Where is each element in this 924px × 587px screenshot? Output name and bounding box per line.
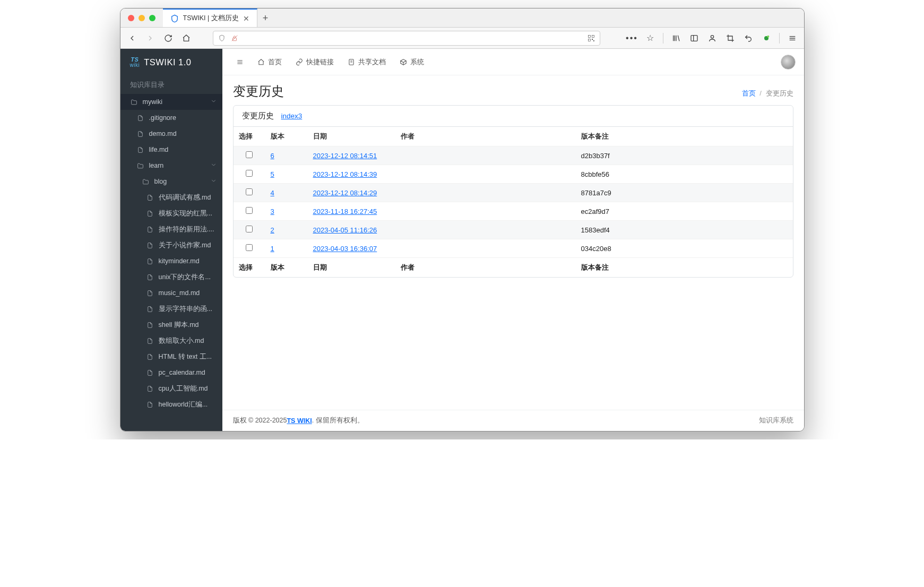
row-checkbox[interactable] xyxy=(246,170,253,177)
tree-folder[interactable]: blog xyxy=(120,174,222,189)
cell-date: 2023-12-12 08:14:29 xyxy=(308,184,395,202)
window-zoom-button[interactable] xyxy=(149,15,156,21)
account-icon[interactable] xyxy=(705,31,720,46)
nav-system-link[interactable]: 系统 xyxy=(394,49,429,75)
bookmark-star-button[interactable]: ☆ xyxy=(643,31,658,46)
tree-file[interactable]: HTML 转 text 工... xyxy=(120,349,222,365)
date-link[interactable]: 2023-04-03 16:36:07 xyxy=(313,245,377,253)
crop-icon[interactable] xyxy=(723,31,738,46)
card-link[interactable]: index3 xyxy=(281,112,303,120)
nav-reload-button[interactable] xyxy=(161,31,176,46)
th-author: 作者 xyxy=(395,127,576,146)
brand[interactable]: TS wiki TSWIKI 1.0 xyxy=(120,49,222,75)
row-checkbox[interactable] xyxy=(246,207,253,214)
nav-toggle-button[interactable] xyxy=(231,49,249,75)
date-link[interactable]: 2023-12-12 08:14:51 xyxy=(313,152,377,160)
tree-file[interactable]: kityminder.md xyxy=(120,253,222,269)
tree-file[interactable]: shell 脚本.md xyxy=(120,317,222,333)
tree-file[interactable]: unix下的文件名... xyxy=(120,269,222,285)
tree-file[interactable]: .gitignore xyxy=(120,110,222,126)
undo-icon[interactable] xyxy=(741,31,756,46)
tree-file[interactable]: music_md.md xyxy=(120,285,222,301)
file-icon xyxy=(146,290,154,297)
tree-folder[interactable]: mywiki xyxy=(120,94,222,110)
table-row: 6 2023-12-12 08:14:51d2b3b37f xyxy=(234,146,793,165)
hamburger-menu-button[interactable] xyxy=(785,31,800,46)
nav-forward-button[interactable] xyxy=(143,31,158,46)
svg-rect-6 xyxy=(593,40,594,41)
tree-file[interactable]: 数组取大小.md xyxy=(120,333,222,349)
tree-item-label: pc_calendar.md xyxy=(159,369,217,376)
nav-back-button[interactable] xyxy=(125,31,140,46)
row-checkbox[interactable] xyxy=(246,151,253,158)
table-footer-row: 选择 版本 日期 作者 版本备注 xyxy=(234,258,793,278)
tree-item-label: kityminder.md xyxy=(159,257,217,265)
sidebar-icon[interactable] xyxy=(687,31,702,46)
row-checkbox[interactable] xyxy=(246,188,253,195)
version-link[interactable]: 3 xyxy=(271,208,274,215)
tree-item-label: demo.md xyxy=(149,130,217,137)
window-minimize-button[interactable] xyxy=(139,15,145,21)
tree-file[interactable]: 模板实现的红黑... xyxy=(120,205,222,221)
window-close-button[interactable] xyxy=(128,15,134,21)
row-checkbox[interactable] xyxy=(246,244,253,251)
nav-home-button[interactable] xyxy=(179,31,194,46)
version-link[interactable]: 2 xyxy=(271,226,274,234)
breadcrumb-home[interactable]: 首页 xyxy=(742,89,756,97)
version-link[interactable]: 4 xyxy=(271,189,274,197)
tree-file[interactable]: 关于小说作家.md xyxy=(120,237,222,253)
svg-rect-2 xyxy=(588,35,590,37)
more-actions-button[interactable]: ••• xyxy=(625,31,640,46)
footer: 版权 © 2022-2025 TS WIKI . 保留所有权利。 知识库系统 xyxy=(222,410,804,431)
file-icon xyxy=(146,226,154,233)
tree-file[interactable]: 显示字符串的函... xyxy=(120,301,222,317)
cell-select xyxy=(234,202,265,221)
content: 变更历史 首页 / 变更历史 变更历史 index3 xyxy=(222,75,804,410)
tree-folder[interactable]: learn xyxy=(120,158,222,174)
date-link[interactable]: 2023-12-12 08:14:39 xyxy=(313,170,377,178)
chevron-down-icon xyxy=(210,98,217,106)
nav-share-link[interactable]: 共享文档 xyxy=(342,49,391,75)
file-icon xyxy=(146,322,154,329)
library-icon[interactable] xyxy=(669,31,684,46)
tree-file[interactable]: pc_calendar.md xyxy=(120,365,222,381)
table-header-row: 选择 版本 日期 作者 版本备注 xyxy=(234,127,793,146)
date-link[interactable]: 2023-11-18 16:27:45 xyxy=(313,208,377,215)
cell-select xyxy=(234,239,265,258)
tree-file[interactable]: 操作符的新用法.... xyxy=(120,221,222,237)
cell-date: 2023-11-18 16:27:45 xyxy=(308,202,395,221)
browser-tab[interactable]: TSWIKI | 文档历史 ✕ xyxy=(163,8,257,27)
new-tab-button[interactable]: + xyxy=(257,13,274,23)
breadcrumb-current: 变更历史 xyxy=(766,89,793,97)
cell-select xyxy=(234,165,265,184)
qr-icon[interactable] xyxy=(587,34,595,42)
version-link[interactable]: 1 xyxy=(271,245,274,253)
date-link[interactable]: 2023-12-12 08:14:29 xyxy=(313,189,377,197)
extension-icon[interactable] xyxy=(759,31,774,46)
nav-quicklinks-link[interactable]: 快捷链接 xyxy=(290,49,339,75)
row-checkbox[interactable] xyxy=(246,226,253,232)
table-row: 1 2023-04-03 16:36:07034c20e8 xyxy=(234,239,793,258)
version-link[interactable]: 6 xyxy=(271,152,274,160)
cell-version: 4 xyxy=(265,184,308,202)
chevron-down-icon xyxy=(210,161,217,170)
version-link[interactable]: 5 xyxy=(271,170,274,178)
tree-file[interactable]: 代码调试有感.md xyxy=(120,189,222,205)
footer-link[interactable]: TS WIKI xyxy=(287,417,312,425)
lock-slash-icon xyxy=(230,34,239,42)
tab-close-button[interactable]: ✕ xyxy=(243,15,249,22)
date-link[interactable]: 2023-04-05 11:16:26 xyxy=(313,226,377,234)
url-bar[interactable] xyxy=(213,31,600,46)
svg-point-11 xyxy=(767,35,769,37)
tree-file[interactable]: helloworld汇编... xyxy=(120,396,222,412)
tree-file[interactable]: demo.md xyxy=(120,126,222,142)
tree-item-label: HTML 转 text 工... xyxy=(159,352,217,361)
tree-item-label: learn xyxy=(149,162,210,169)
tree-file[interactable]: cpu人工智能.md xyxy=(120,381,222,396)
cell-author xyxy=(395,221,576,239)
nav-home-link[interactable]: 首页 xyxy=(252,49,287,75)
user-avatar[interactable] xyxy=(781,55,796,70)
tree-file[interactable]: life.md xyxy=(120,142,222,158)
tree-item-label: .gitignore xyxy=(149,114,217,122)
cell-version: 3 xyxy=(265,202,308,221)
